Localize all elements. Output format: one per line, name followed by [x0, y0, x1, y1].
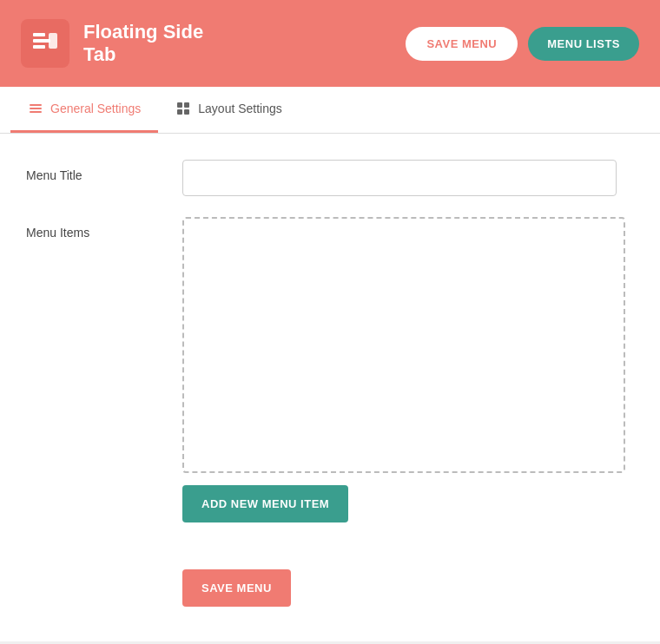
svg-rect-0 — [33, 33, 45, 36]
form-actions: SAVE MENU — [26, 543, 634, 607]
menu-title-row: Menu Title — [26, 160, 634, 196]
app-header: Floating Side Tab SAVE MENU MENU LISTS — [0, 0, 660, 87]
add-new-menu-item-button[interactable]: ADD NEW MENU ITEM — [182, 485, 348, 522]
tabs-bar: General Settings Layout Settings — [0, 87, 660, 134]
menu-items-row: Menu Items ADD NEW MENU ITEM — [26, 217, 634, 522]
menu-items-area — [182, 217, 625, 473]
menu-lists-button[interactable]: MENU LISTS — [528, 27, 639, 61]
svg-rect-10 — [184, 109, 189, 115]
menu-items-label: Menu Items — [26, 217, 182, 240]
svg-rect-6 — [30, 111, 42, 113]
menu-items-field: ADD NEW MENU ITEM — [182, 217, 634, 522]
svg-rect-4 — [30, 104, 42, 106]
tab-general-settings-label: General Settings — [50, 102, 141, 115]
menu-title-field — [182, 160, 634, 196]
header-left: Floating Side Tab — [21, 19, 203, 68]
app-logo — [21, 19, 69, 68]
tab-general-settings[interactable]: General Settings — [10, 87, 158, 133]
save-menu-bottom-button[interactable]: SAVE MENU — [182, 569, 291, 607]
svg-rect-9 — [177, 109, 182, 115]
svg-rect-8 — [184, 102, 189, 108]
header-buttons: SAVE MENU MENU LISTS — [406, 27, 639, 61]
general-settings-icon — [28, 101, 43, 116]
tab-layout-settings[interactable]: Layout Settings — [158, 87, 300, 133]
svg-rect-5 — [30, 108, 42, 109]
svg-rect-2 — [33, 45, 45, 49]
layout-settings-icon — [175, 101, 191, 116]
svg-rect-1 — [33, 39, 50, 43]
app-title: Floating Side Tab — [83, 21, 203, 67]
svg-rect-7 — [177, 102, 182, 108]
menu-title-label: Menu Title — [26, 160, 182, 182]
svg-rect-3 — [49, 33, 57, 49]
save-menu-header-button[interactable]: SAVE MENU — [406, 27, 518, 61]
main-content: Menu Title Menu Items ADD NEW MENU ITEM … — [0, 134, 660, 641]
menu-title-input[interactable] — [182, 160, 617, 196]
tab-layout-settings-label: Layout Settings — [198, 102, 282, 115]
